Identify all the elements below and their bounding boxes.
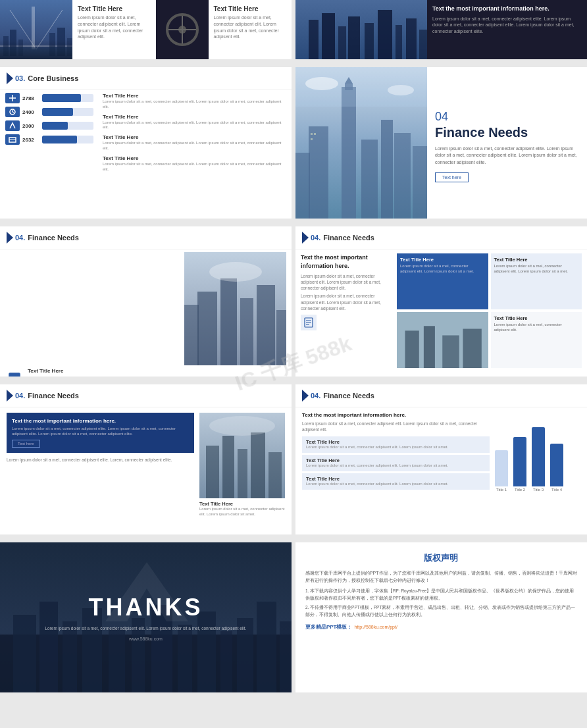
bar-value-4: 2632: [22, 137, 42, 143]
svg-rect-15: [338, 26, 346, 59]
svg-rect-78: [220, 631, 232, 692]
svg-rect-6: [10, 30, 16, 56]
finance-chart-content: Text the most important information here…: [295, 407, 587, 496]
svg-rect-77: [197, 611, 216, 692]
thanks-url: www.588ku.com: [129, 637, 163, 641]
finance-box-image-col: Text Title Here Lorem ipsum dolor sit a …: [199, 413, 285, 517]
svg-rect-65: [268, 452, 282, 498]
svg-rect-21: [419, 30, 427, 59]
slide1-body1: Lorem ipsum dolor sit a met, connecter a…: [78, 14, 151, 40]
cards-grid: Text Title Here Lorem ipsum dolor sit a …: [397, 253, 582, 368]
slide-finance-chart: 04. Finance Needs Text the most importan…: [295, 384, 587, 534]
svg-rect-62: [222, 436, 234, 498]
finance-icons-header: 04. Finance Needs: [0, 226, 292, 249]
chart-list-item-2: Text Title Here Lorem ipsum dolor sit a …: [302, 455, 490, 471]
svg-rect-30: [381, 120, 393, 219]
chart-bar-2: [513, 437, 526, 486]
svg-rect-41: [197, 292, 217, 365]
copyright-more-url[interactable]: http://588ku.com/ppt/: [355, 625, 397, 629]
fi-title-1: Text Title Here: [28, 368, 229, 374]
finance-icons-num: 04.: [15, 234, 25, 242]
blue-info-box: Text the most important information here…: [7, 413, 194, 453]
chart-col-2: Title 2: [513, 437, 526, 492]
thanks-sub: Lorem ipsum dolor sit a met, connecter a…: [45, 625, 246, 632]
finance-text-here-button[interactable]: Text here: [435, 172, 469, 182]
blue-box-button[interactable]: Text here: [12, 440, 40, 448]
svg-rect-29: [361, 140, 378, 219]
bar-row-2: 2400: [5, 107, 97, 117]
blue-box-important-text: Text the most important information here…: [12, 418, 189, 424]
bar-desc-body-4: Lorem ipsum dolor sit a met, connecter a…: [103, 162, 286, 172]
finance-city-image: [295, 67, 427, 219]
copyright-intro: 感谢您下载千库网平台上提供的PPT作品，为了您和千库网以及其他用户的利益，请勿复…: [305, 569, 577, 584]
bar-track-2: [42, 108, 93, 116]
bar-chart: Title 1 Title 2 Title 3 Title 4: [495, 411, 580, 492]
svg-rect-63: [238, 449, 247, 498]
slide1-right-highlight: Text the most important information here…: [432, 5, 582, 13]
finance-box-left: Text the most important information here…: [7, 413, 194, 517]
finance-box-header: 04. Finance Needs: [0, 384, 292, 407]
finance-img-title: Text Title Here: [199, 501, 285, 507]
finance-bottom-text: Lorem ipsum dolor sit a met, connecter a…: [7, 457, 194, 463]
bar-desc-body-2: Lorem ipsum dolor sit a met, connecter a…: [103, 120, 286, 131]
svg-rect-17: [365, 23, 374, 59]
svg-rect-64: [251, 432, 265, 498]
thanks-slide: THANKS Lorem ipsum dolor sit a met, conn…: [0, 542, 292, 692]
slide-finance-large: 04 Finance Needs Lorem ipsum dolor sit a…: [295, 67, 587, 219]
fi-text-1: Lorem ipsum dolor sit a met, connecter a…: [28, 375, 229, 377]
bar-row-1: 2788: [5, 93, 97, 103]
svg-point-38: [305, 77, 338, 90]
copyright-slide: 版权声明 感谢您下载千库网平台上提供的PPT作品，为了您和千库网以及其他用户的利…: [295, 542, 587, 692]
svg-rect-81: [280, 621, 292, 692]
header-arrow-icon-4: [7, 390, 13, 402]
blue-box-body: Lorem ipsum dolor sit a met, connecter a…: [12, 426, 189, 437]
copyright-more-label: 更多精品PPT模板：: [305, 624, 353, 630]
chart-list-title-2: Text Title Here: [306, 457, 486, 463]
finance-info-panel: 04 Finance Needs Lorem ipsum dolor sit a…: [427, 67, 587, 219]
finance-cards-num: 04.: [311, 234, 320, 242]
chart-label-4: Title 4: [551, 488, 562, 492]
slide1-city-image: [0, 0, 72, 59]
bar-value-3: 2000: [22, 123, 42, 129]
svg-point-39: [388, 85, 414, 95]
svg-rect-14: [322, 13, 335, 59]
svg-rect-48: [9, 373, 20, 377]
svg-rect-58: [442, 336, 459, 369]
bar-desc-3: Text Title Here Lorem ipsum dolor sit a …: [103, 134, 286, 151]
steering-wheel-icon: [166, 13, 199, 46]
svg-rect-31: [394, 133, 411, 219]
bar-desc-1: Text Title Here Lorem ipsum dolor sit a …: [103, 93, 286, 110]
card-light-text: Lorem ipsum dolor sit a mel, connecter a…: [494, 264, 579, 274]
bar-value-1: 2788: [22, 95, 42, 101]
card-blue-text: Lorem ipsum dolor sit a mel, connecter a…: [400, 264, 485, 274]
chart-bars-container: Title 1 Title 2 Title 3 Title 4: [495, 426, 580, 492]
header-arrow-icon-5: [302, 390, 309, 402]
svg-rect-44: [257, 285, 275, 365]
bar-fill-1: [42, 94, 81, 102]
svg-rect-5: [3, 36, 9, 56]
chart-list-title-3: Text Title Here: [306, 476, 486, 482]
svg-rect-70: [39, 602, 58, 692]
chart-label-1: Title 1: [496, 488, 507, 492]
slide-finance-cards: 04. Finance Needs Text the most importan…: [295, 226, 587, 377]
chart-list-text-2: Lorem ipsum dolor sit a met, connecter a…: [306, 463, 486, 469]
bar-desc-title-1: Text Title Here: [103, 93, 286, 99]
card-white-title: Text Title Here: [494, 315, 579, 321]
finance-section-body: Lorem ipsum dolor sit a met, connecter a…: [435, 145, 579, 167]
copyright-more: 更多精品PPT模板： http://588ku.com/ppt/: [305, 622, 577, 631]
finance-section-title: Finance Needs: [435, 125, 579, 140]
bar-icon-4: [5, 134, 20, 145]
finance-body1: Lorem ipsum dolor sit a met, connecter a…: [301, 273, 393, 291]
finance-section-num: 04: [435, 110, 579, 124]
bar-track-4: [42, 136, 93, 143]
bar-icon-1: [5, 93, 20, 103]
bar-desc-body-1: Lorem ipsum dolor sit a met, connecter a…: [103, 99, 286, 110]
svg-rect-20: [406, 18, 417, 59]
card-light-title: Text Title Here: [494, 257, 579, 263]
bar-row-4: 2632: [5, 134, 97, 145]
svg-point-47: [209, 262, 262, 282]
slide1-body2: Lorem ipsum dolor sit a met, connecter a…: [214, 14, 287, 40]
chart-label-3: Title 3: [533, 488, 544, 492]
finance-box-content: Text the most important information here…: [0, 407, 292, 523]
core-business-header: 03. Core Business: [0, 67, 292, 90]
